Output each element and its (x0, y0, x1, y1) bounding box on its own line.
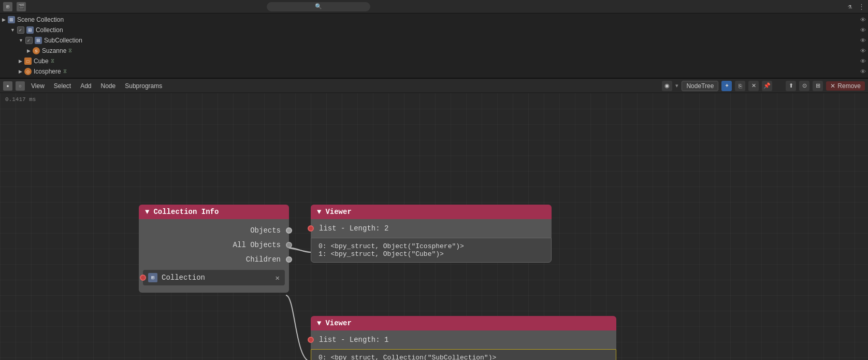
subcollection-row[interactable]: ▼ ✓ ⊞ SubCollection 👁 (17, 35, 868, 46)
viewer-2-list-length: list - Length: 1 (311, 330, 616, 349)
add-menu[interactable]: Add (77, 81, 94, 91)
collection-label: Collection (36, 26, 63, 34)
children-socket[interactable] (286, 256, 292, 263)
suzanne-row[interactable]: ▶ S Suzanne ⧖ 👁 (25, 46, 868, 56)
viewer-2-input-socket[interactable] (308, 337, 314, 343)
suzanne-tri: ▶ (27, 48, 31, 53)
select-menu[interactable]: Select (51, 81, 74, 91)
view-sphere-icon[interactable]: ◉ (662, 81, 672, 91)
viewer-1-list: 0: <bpy_struct, Object("Icosphere")> 1: … (311, 238, 552, 263)
close-node-icon[interactable]: ✕ (748, 81, 759, 91)
collection-input-label: Collection (162, 273, 205, 282)
viewer-1-input-socket[interactable] (308, 225, 314, 232)
viewer-1-length: list - Length: 2 (319, 224, 388, 233)
icosphere-label: Icosphere (34, 68, 61, 75)
collection-info-title: Collection Info (153, 208, 219, 216)
viewer-2-length: list - Length: 1 (319, 336, 388, 344)
top-bar: ⊞ 🎬 🔍 ⚗ ⋮ (0, 0, 868, 13)
subcollection-label: SubCollection (44, 37, 82, 44)
viewer-1-item-1: 1: <bpy_struct, Object("Cube")> (319, 250, 544, 258)
collection-info-node: ▼ Collection Info Objects All Objects Ch… (139, 205, 289, 293)
view-mode-icon[interactable]: 🎬 (17, 2, 26, 11)
visibility-icon[interactable]: 👁 (860, 17, 866, 23)
scene-collection-label: Scene Collection (17, 16, 64, 23)
expand-triangle-sub: ▼ (19, 38, 23, 43)
collection-icon: ⊞ (26, 26, 34, 34)
pin-icon[interactable]: 📌 (762, 81, 772, 91)
suzanne-label: Suzanne (42, 47, 66, 54)
timing-label: 0.1417 ms (5, 96, 36, 103)
collapse-icon-info[interactable]: ▼ (145, 208, 149, 216)
collection-input-close[interactable]: ✕ (276, 273, 280, 282)
svg-line-0 (286, 248, 311, 252)
remove-button[interactable]: ✕ Remove (826, 81, 865, 91)
node-canvas: 0.1417 ms ▼ Collection Info Objects All … (0, 93, 868, 360)
filter-icon[interactable]: ⚗ (848, 3, 852, 11)
children-socket-row: Children (139, 252, 289, 267)
viewer-node-1: ▼ Viewer list - Length: 2 0: <bpy_struct… (311, 205, 552, 263)
all-objects-socket-row: All Objects (139, 238, 289, 252)
viewer-1-list-length: list - Length: 2 (311, 219, 552, 238)
snap-icon[interactable]: ⊞ (813, 81, 823, 91)
node-tree-selector[interactable]: NodeTree (682, 81, 718, 91)
funnel-icon-suzanne: ⧖ (68, 48, 72, 54)
overlay-icon[interactable]: ⊙ (799, 81, 809, 91)
all-objects-label: All Objects (233, 241, 281, 249)
eye-icon-suzanne[interactable]: 👁 (860, 48, 866, 54)
collection-info-body: Objects All Objects Children ⊞ Collectio… (139, 219, 289, 293)
objects-socket[interactable] (286, 227, 292, 234)
eye-icon-sub[interactable]: 👁 (860, 37, 866, 44)
collection-input-area[interactable]: ⊞ Collection ✕ (143, 270, 285, 285)
outliner: ▶ ⊞ Scene Collection 👁 ▼ ✓ ⊞ Collection … (0, 13, 868, 79)
upload-icon[interactable]: ⬆ (786, 81, 796, 91)
copy-icon[interactable]: ⎘ (735, 81, 745, 91)
viewer-2-title: Viewer (325, 319, 351, 327)
subcollection-icon: ⊞ (35, 37, 42, 44)
cube-tri: ▶ (19, 59, 22, 64)
icosphere-icon: ◇ (24, 68, 32, 75)
node-editor-icon2[interactable]: ○ (16, 81, 25, 91)
objects-socket-row: Objects (139, 223, 289, 238)
cube-icon: □ (24, 57, 32, 65)
scene-collection-icon: ⊞ (8, 16, 15, 23)
cube-label: Cube (34, 57, 49, 65)
options-icon[interactable]: ⋮ (858, 3, 865, 11)
node-tree-label: NodeTree (686, 82, 714, 90)
view-chevron[interactable]: ▾ (675, 82, 678, 89)
x-circle-icon: ✕ (830, 82, 835, 90)
objects-label: Objects (250, 226, 281, 235)
collection-input-icon: ⊞ (148, 273, 157, 282)
expand-triangle: ▼ (10, 27, 15, 33)
search-icon: 🔍 (315, 3, 322, 10)
editor-type-icon[interactable]: ⊞ (3, 2, 12, 11)
node-menu[interactable]: Node (98, 81, 119, 91)
view-menu[interactable]: View (28, 81, 48, 91)
expand-icon: ▶ (2, 17, 6, 22)
cube-row[interactable]: ▶ □ Cube ⧖ 👁 (17, 56, 868, 66)
scene-collection-row[interactable]: ▶ ⊞ Scene Collection 👁 (0, 15, 868, 25)
viewer-node-2: ▼ Viewer list - Length: 1 0: <bpy_struct… (311, 316, 616, 360)
node-editor-type-icon[interactable]: ● (3, 81, 12, 91)
funnel-icon-icosphere: ⧖ (63, 68, 67, 75)
viewer-2-item-0: 0: <bpy_struct, Collection("SubCollectio… (319, 354, 609, 360)
collection-row[interactable]: ▼ ✓ ⊞ Collection 👁 (8, 25, 868, 35)
search-bar[interactable]: 🔍 (267, 2, 370, 11)
subprograms-menu[interactable]: Subprograms (122, 81, 165, 91)
icosphere-row[interactable]: ▶ ◇ Icosphere ⧖ 👁 (17, 66, 868, 77)
collection-info-header: ▼ Collection Info (139, 205, 289, 219)
remove-label: Remove (837, 82, 861, 90)
eye-icon-cube[interactable]: 👁 (860, 58, 866, 64)
suzanne-icon: S (33, 47, 40, 54)
viewer-1-header: ▼ Viewer (311, 205, 552, 219)
children-label: Children (246, 255, 281, 264)
collection-input-socket[interactable] (140, 275, 146, 281)
collapse-icon-v1[interactable]: ▼ (317, 208, 321, 216)
visibility-check[interactable]: ✓ (17, 26, 24, 34)
visibility-check-sub[interactable]: ✓ (25, 37, 33, 44)
collapse-icon-v2[interactable]: ▼ (317, 319, 321, 327)
eye-icon-icosphere[interactable]: 👁 (860, 68, 866, 75)
viewer-1-item-0: 0: <bpy_struct, Object("Icosphere")> (319, 242, 544, 250)
eye-icon-collection[interactable]: 👁 (860, 27, 866, 33)
all-objects-socket[interactable] (286, 242, 292, 248)
shield-icon[interactable]: ✦ (721, 81, 732, 91)
